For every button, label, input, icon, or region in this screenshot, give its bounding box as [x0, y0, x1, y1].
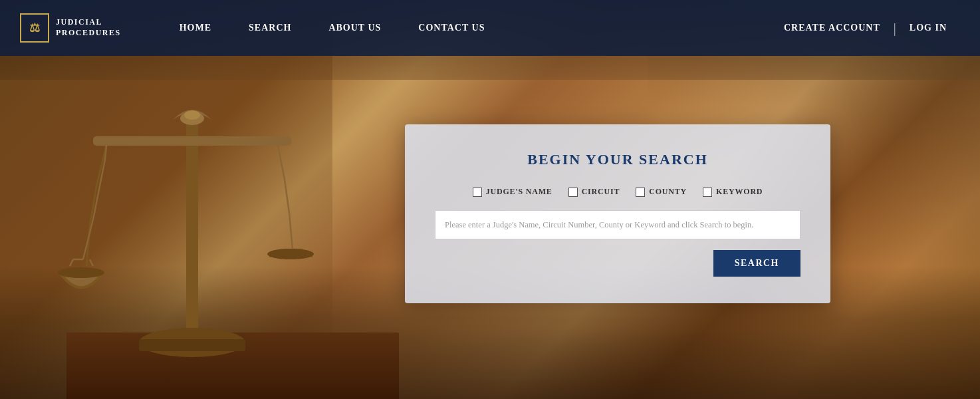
- navbar: ⚖ JUDICIAL PROCEDURES HOME SEARCH ABOUT …: [0, 0, 980, 56]
- nav-link-contact[interactable]: CONTACT US: [400, 0, 503, 56]
- nav-links: HOME SEARCH ABOUT US CONTACT US: [161, 0, 771, 56]
- svg-line-12: [70, 259, 73, 266]
- filter-county-checkbox[interactable]: [636, 188, 645, 197]
- logo-icon: ⚖: [20, 13, 49, 43]
- search-input[interactable]: [435, 210, 800, 239]
- filter-circuit-checkbox[interactable]: [568, 188, 578, 197]
- filter-keyword-label: KEYWORD: [716, 187, 763, 197]
- svg-rect-2: [139, 339, 245, 351]
- nav-create-account[interactable]: CREATE ACCOUNT: [771, 0, 894, 56]
- filter-circuit[interactable]: CIRCUIT: [568, 187, 620, 197]
- svg-rect-3: [93, 136, 291, 146]
- logo-text: JUDICIAL PROCEDURES: [56, 17, 121, 38]
- filter-county[interactable]: COUNTY: [636, 187, 687, 197]
- search-panel-title: BEGIN YOUR SEARCH: [435, 151, 800, 168]
- nav-link-home[interactable]: HOME: [161, 0, 230, 56]
- svg-point-21: [267, 249, 314, 259]
- logo[interactable]: ⚖ JUDICIAL PROCEDURES: [20, 13, 121, 43]
- svg-rect-0: [186, 120, 198, 339]
- svg-line-17: [289, 213, 293, 249]
- svg-point-14: [58, 267, 104, 278]
- svg-line-13: [90, 259, 93, 266]
- svg-line-15: [278, 146, 285, 180]
- filter-judges-name-checkbox[interactable]: [473, 188, 482, 197]
- search-panel: BEGIN YOUR SEARCH JUDGE'S NAME CIRCUIT C…: [405, 124, 830, 303]
- nav-link-search[interactable]: SEARCH: [230, 0, 310, 56]
- scales-of-justice-image: [53, 53, 332, 386]
- nav-link-about[interactable]: ABOUT US: [310, 0, 400, 56]
- filter-judges-name-label: JUDGE'S NAME: [486, 187, 552, 197]
- filter-circuit-label: CIRCUIT: [582, 187, 620, 197]
- search-filters: JUDGE'S NAME CIRCUIT COUNTY KEYWORD: [435, 187, 800, 197]
- nav-divider: |: [894, 0, 896, 56]
- filter-keyword-checkbox[interactable]: [703, 188, 712, 197]
- nav-right: CREATE ACCOUNT | LOG IN: [771, 0, 960, 56]
- svg-line-16: [285, 180, 289, 213]
- filter-judges-name[interactable]: JUDGE'S NAME: [473, 187, 552, 197]
- search-input-row: [435, 210, 800, 239]
- nav-login[interactable]: LOG IN: [896, 0, 960, 56]
- search-button[interactable]: SEARCH: [713, 250, 800, 277]
- filter-keyword[interactable]: KEYWORD: [703, 187, 763, 197]
- filter-county-label: COUNTY: [649, 187, 687, 197]
- svg-point-23: [184, 110, 200, 120]
- search-btn-row: SEARCH: [435, 250, 800, 277]
